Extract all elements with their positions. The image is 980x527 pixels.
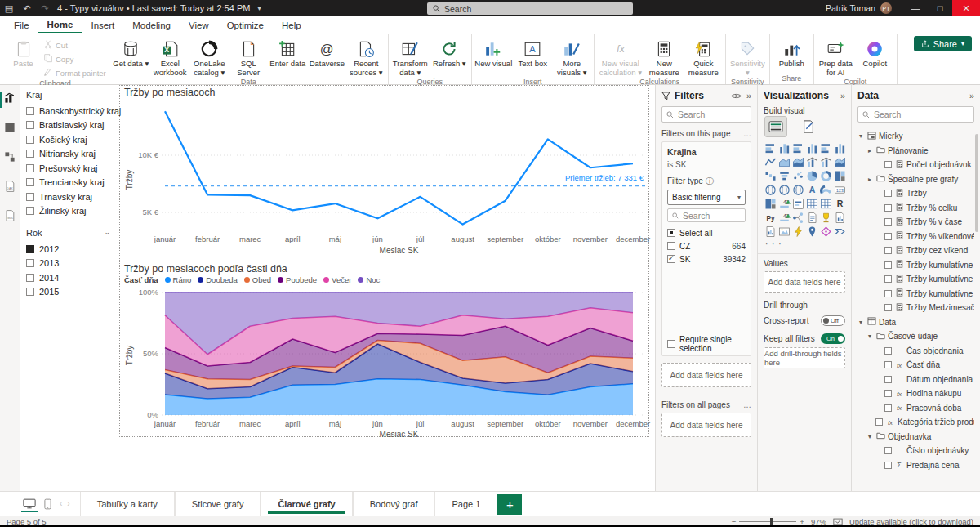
- line-chart-icon[interactable]: [764, 155, 777, 168]
- legend-item-noc[interactable]: Noc: [358, 275, 380, 284]
- card-icon[interactable]: 123: [833, 183, 846, 196]
- kraj-option[interactable]: Prešovský kraj: [26, 161, 118, 176]
- stacked-area-chart-icon[interactable]: [791, 155, 804, 168]
- field-tr-by-kumulat-vne-v-mesiaci[interactable]: Tržby kumulatívne v mesiaci: [858, 272, 974, 287]
- area-chart[interactable]: 0%50%100%januárfebruármarecaprílmájjúnjú…: [122, 286, 652, 440]
- treemap-icon[interactable]: [833, 169, 846, 182]
- field--as-d-a[interactable]: fxČasť dňa: [858, 358, 974, 373]
- hierarchy-visual-icon[interactable]: [819, 225, 832, 238]
- checkbox[interactable]: [26, 193, 34, 201]
- scatter-chart-icon[interactable]: [791, 169, 804, 182]
- onelake-catalog-button[interactable]: OneLake catalog ▾: [190, 36, 229, 77]
- eye-icon[interactable]: [731, 92, 742, 100]
- next-page-icon[interactable]: ›: [67, 499, 69, 508]
- dax-query-view-button[interactable]: DAX: [0, 180, 20, 196]
- tmdl-view-button[interactable]: TMDL: [0, 209, 20, 226]
- power-apps-icon[interactable]: [777, 225, 791, 238]
- dataverse-button[interactable]: @Dataverse: [308, 36, 346, 69]
- slicer-icon[interactable]: [791, 197, 804, 210]
- clustered-bar-chart-icon[interactable]: [791, 141, 804, 154]
- qa-visual-icon[interactable]: [805, 211, 818, 224]
- text-box-button[interactable]: AText box: [514, 36, 552, 69]
- report-view-button[interactable]: [0, 92, 20, 108]
- all-pages-filters-dropzone[interactable]: Add data fields here: [662, 413, 751, 437]
- field-checkbox[interactable]: [884, 275, 892, 283]
- field-tr-by-cez-v-kend[interactable]: Tržby cez víkend: [858, 243, 974, 258]
- checkbox[interactable]: [26, 207, 34, 215]
- power-automate-icon[interactable]: [791, 225, 804, 238]
- page-filters-dropzone[interactable]: Add data fields here: [662, 363, 751, 387]
- format-painter-button[interactable]: Format painter: [43, 67, 106, 78]
- filter-type-select[interactable]: Basic filtering▾: [667, 190, 746, 205]
- line-and-stacked-column-chart-icon[interactable]: [805, 155, 818, 168]
- matrix-icon[interactable]: [819, 197, 832, 210]
- filter-values-search-input[interactable]: Search: [667, 208, 746, 222]
- checkbox[interactable]: [26, 178, 34, 186]
- key-influencers-icon[interactable]: 42: [777, 211, 791, 224]
- expander-closed-icon[interactable]: ▸: [866, 176, 873, 183]
- field-tr-by-v-ase[interactable]: Tržby % v čase: [858, 215, 974, 230]
- line-and-clustered-column-chart-icon[interactable]: [819, 155, 832, 168]
- field-checkbox[interactable]: [884, 190, 892, 197]
- stacked-column-chart-icon[interactable]: [777, 141, 791, 154]
- kraj-option[interactable]: Bratislavský kraj: [26, 118, 118, 133]
- kraj-option[interactable]: Košický kraj: [26, 132, 118, 147]
- menu-tab-file[interactable]: File: [5, 18, 38, 33]
- field-checkbox[interactable]: [884, 304, 892, 311]
- copy-button[interactable]: Copy: [43, 53, 106, 65]
- field--peci-lne-pre-grafy[interactable]: ▸Špeciálne pre grafy: [858, 172, 974, 187]
- menu-tab-optimize[interactable]: Optimize: [218, 18, 273, 33]
- decomposition-tree-icon[interactable]: [791, 211, 804, 224]
- toggle-switch[interactable]: Off: [821, 315, 845, 326]
- kraj-option[interactable]: Trenciansky kraj: [26, 176, 118, 190]
- field-checkbox[interactable]: [875, 418, 883, 426]
- copilot-button[interactable]: Copilot: [856, 36, 894, 69]
- menu-tab-home[interactable]: Home: [38, 17, 82, 33]
- field-checkbox[interactable]: [884, 462, 892, 469]
- field--slo-objedn-vky[interactable]: Číslo objednávky: [858, 444, 974, 458]
- field--as-objednania[interactable]: Čas objednania: [858, 344, 974, 359]
- field-checkbox[interactable]: [884, 290, 892, 297]
- gallery-more-icon[interactable]: · · ·: [765, 239, 845, 248]
- checkbox[interactable]: [26, 107, 34, 115]
- line-chart[interactable]: 5K €10K €Priemer tržieb: 7 331 €januárfe…: [122, 98, 652, 261]
- rok-option[interactable]: 2012: [26, 242, 118, 257]
- filters-search-input[interactable]: Search: [662, 106, 751, 123]
- pie-chart-icon[interactable]: [805, 169, 818, 182]
- menu-tab-insert[interactable]: Insert: [82, 18, 123, 33]
- zoom-thumb[interactable]: [770, 518, 773, 525]
- field-pl-novanie[interactable]: ▸Plánovanie: [858, 144, 974, 159]
- filter-option-select-all[interactable]: Select all: [667, 226, 746, 239]
- arcgis-map-icon[interactable]: [805, 225, 818, 238]
- share-button[interactable]: Share ▾: [914, 36, 972, 51]
- data-pane-scrollbar[interactable]: [975, 134, 978, 232]
- field-tr-by-medzimesa-n-rozdiely-[interactable]: Tržby Medzimesačné rozdiely…: [858, 301, 974, 315]
- rok-option[interactable]: 2013: [26, 257, 118, 271]
- sql-server-button[interactable]: SQL Server: [229, 36, 268, 77]
- checkbox[interactable]: [26, 288, 34, 296]
- table-icon[interactable]: [805, 197, 818, 210]
- field-checkbox[interactable]: [884, 204, 892, 212]
- expander-open-icon[interactable]: ▾: [858, 132, 864, 140]
- field-data[interactable]: ▾Data: [858, 315, 974, 330]
- field-objednavka[interactable]: ▾Objednavka: [858, 430, 974, 444]
- multi-row-card-icon[interactable]: [764, 197, 777, 210]
- more-visuals-button[interactable]: More visuals ▾: [553, 36, 591, 77]
- new-measure-button[interactable]: New measure: [645, 36, 684, 77]
- stacked-bar-chart-icon[interactable]: [764, 141, 777, 154]
- get-more-visuals-icon[interactable]: [833, 225, 846, 238]
- kpi-icon[interactable]: 42: [777, 197, 791, 210]
- funnel-chart-icon[interactable]: [777, 169, 791, 182]
- field-checkbox[interactable]: [884, 218, 892, 226]
- field-checkbox[interactable]: [884, 447, 892, 454]
- checkbox[interactable]: [26, 259, 34, 267]
- global-search-input[interactable]: Search: [427, 2, 633, 15]
- paste-button[interactable]: Paste: [4, 36, 42, 69]
- collapse-pane-icon[interactable]: »: [746, 91, 751, 100]
- get-data-button[interactable]: Get data ▾: [112, 36, 150, 69]
- field-checkbox[interactable]: [884, 347, 892, 355]
- field-mierky[interactable]: ▾Mierky: [858, 129, 974, 144]
- rok-collapse-icon[interactable]: ⌄: [104, 228, 110, 238]
- values-dropzone[interactable]: Add data fields here: [764, 271, 845, 293]
- toggle-switch[interactable]: On: [821, 333, 845, 344]
